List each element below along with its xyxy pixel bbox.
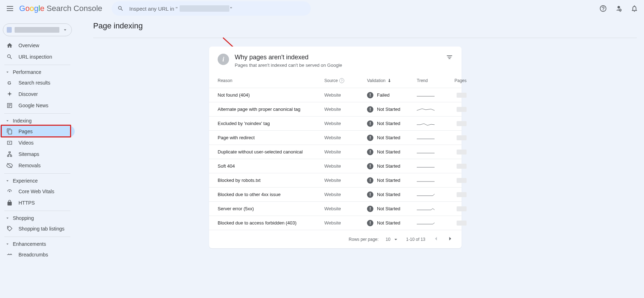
why-not-indexed-card: i Why pages aren't indexed Pages that ar… bbox=[209, 47, 462, 248]
nav-search-results[interactable]: G Search results bbox=[0, 77, 75, 88]
section-label: Performance bbox=[13, 69, 41, 75]
hamburger-menu-icon[interactable] bbox=[6, 4, 14, 13]
cell-pages bbox=[445, 206, 467, 211]
nav-discover[interactable]: Discover bbox=[0, 88, 75, 100]
section-label: Enhancements bbox=[13, 241, 46, 247]
svg-text:G: G bbox=[7, 80, 11, 86]
nav-label: Removals bbox=[18, 163, 41, 168]
notifications-icon[interactable] bbox=[630, 5, 638, 12]
card-subtitle: Pages that aren't indexed can't be serve… bbox=[235, 63, 342, 68]
th-reason[interactable]: Reason bbox=[218, 78, 324, 83]
cell-trend bbox=[417, 178, 435, 183]
cell-pages bbox=[445, 221, 467, 226]
cell-pages bbox=[445, 93, 467, 98]
filter-icon[interactable] bbox=[446, 54, 453, 62]
cell-trend bbox=[417, 206, 435, 211]
cell-reason: Blocked by robots.txt bbox=[218, 178, 324, 183]
th-source[interactable]: Source? bbox=[324, 78, 367, 83]
alert-icon: ! bbox=[367, 106, 373, 113]
alert-icon: ! bbox=[367, 120, 373, 127]
cell-source: Website bbox=[324, 220, 367, 226]
chevron-down-icon bbox=[62, 27, 68, 33]
prev-page-button[interactable] bbox=[432, 235, 440, 243]
info-icon: i bbox=[218, 54, 229, 65]
logo[interactable]: Google Search Console bbox=[19, 4, 102, 13]
removals-icon bbox=[6, 162, 13, 169]
table-row[interactable]: Blocked due to access forbidden (403) We… bbox=[209, 216, 462, 230]
cell-source: Website bbox=[324, 206, 367, 211]
table-row[interactable]: Server error (5xx) Website !Not Started bbox=[209, 201, 462, 216]
users-settings-icon[interactable] bbox=[615, 5, 623, 12]
alert-icon: ! bbox=[367, 135, 373, 141]
section-indexing[interactable]: Indexing bbox=[0, 116, 75, 126]
section-shopping[interactable]: Shopping bbox=[0, 213, 75, 223]
cell-trend bbox=[417, 164, 435, 169]
google-logo: Google bbox=[19, 4, 44, 13]
rows-per-page-select[interactable]: 10 bbox=[386, 236, 399, 243]
sitemap-icon bbox=[6, 151, 13, 157]
help-circle-icon[interactable]: ? bbox=[339, 78, 344, 83]
nav-shopping-tab-listings[interactable]: Shopping tab listings bbox=[0, 223, 75, 234]
nav-sitemaps[interactable]: Sitemaps bbox=[0, 148, 75, 160]
section-experience[interactable]: Experience bbox=[0, 176, 75, 186]
nav-breadcrumbs[interactable]: Breadcrumbs bbox=[0, 249, 75, 260]
next-page-button[interactable] bbox=[447, 235, 454, 243]
th-pages[interactable]: Pages bbox=[445, 78, 467, 83]
nav-label: Overview bbox=[18, 43, 39, 48]
nav-label: Sitemaps bbox=[18, 151, 39, 157]
th-validation[interactable]: Validation bbox=[367, 78, 417, 83]
nav-removals[interactable]: Removals bbox=[0, 160, 75, 171]
section-enhancements[interactable]: Enhancements bbox=[0, 239, 75, 249]
cell-validation: !Not Started bbox=[367, 163, 417, 169]
nav-pages[interactable]: Pages bbox=[0, 126, 75, 137]
cell-validation: !Not Started bbox=[367, 120, 417, 127]
cell-source: Website bbox=[324, 121, 367, 126]
property-icon bbox=[7, 27, 12, 33]
alert-icon: ! bbox=[367, 92, 373, 98]
nav-https[interactable]: HTTPS bbox=[0, 197, 75, 208]
cell-trend bbox=[417, 93, 435, 98]
nav-core-web-vitals[interactable]: Core Web Vitals bbox=[0, 186, 75, 197]
section-label: Indexing bbox=[13, 118, 32, 124]
cell-validation: !Not Started bbox=[367, 135, 417, 141]
url-inspect-search[interactable]: Inspect any URL in "" bbox=[112, 1, 311, 16]
topbar: Google Search Console Inspect any URL in… bbox=[0, 0, 644, 17]
cell-pages bbox=[445, 178, 467, 183]
help-icon[interactable] bbox=[599, 5, 607, 12]
alert-icon: ! bbox=[367, 163, 373, 169]
cell-validation: !Not Started bbox=[367, 220, 417, 226]
table-row[interactable]: Blocked by robots.txt Website !Not Start… bbox=[209, 173, 462, 187]
property-selector[interactable] bbox=[3, 23, 72, 36]
nav-google-news[interactable]: Google News bbox=[0, 100, 75, 111]
cell-trend bbox=[417, 107, 435, 112]
search-icon bbox=[6, 54, 13, 60]
arrow-down-icon bbox=[387, 78, 392, 83]
cell-source: Website bbox=[324, 149, 367, 155]
alert-icon: ! bbox=[367, 149, 373, 155]
discover-icon bbox=[6, 91, 13, 97]
cell-trend bbox=[417, 150, 435, 155]
table-row[interactable]: Excluded by 'noindex' tag Website !Not S… bbox=[209, 116, 462, 130]
cell-trend bbox=[417, 135, 435, 140]
cell-source: Website bbox=[324, 163, 367, 169]
nav-label: Search results bbox=[18, 80, 50, 86]
nav-overview[interactable]: Overview bbox=[0, 40, 75, 51]
table-row[interactable]: Blocked due to other 4xx issue Website !… bbox=[209, 187, 462, 201]
cell-pages bbox=[445, 164, 467, 169]
home-icon bbox=[6, 42, 13, 49]
nav-label: Videos bbox=[18, 140, 34, 146]
table-row[interactable]: Page with redirect Website !Not Started bbox=[209, 130, 462, 145]
table-row[interactable]: Alternate page with proper canonical tag… bbox=[209, 102, 462, 116]
nav-videos[interactable]: Videos bbox=[0, 137, 75, 148]
table-row[interactable]: Soft 404 Website !Not Started bbox=[209, 159, 462, 173]
section-performance[interactable]: Performance bbox=[0, 67, 75, 77]
th-trend[interactable]: Trend bbox=[417, 78, 445, 83]
pagination-range: 1-10 of 13 bbox=[406, 237, 425, 242]
page-title: Page indexing bbox=[93, 21, 637, 31]
pagination: Rows per page: 10 1-10 of 13 bbox=[209, 230, 462, 248]
table-row[interactable]: Duplicate without user-selected canonica… bbox=[209, 145, 462, 159]
cell-pages bbox=[445, 107, 467, 112]
section-label: Experience bbox=[13, 178, 38, 184]
nav-url-inspection[interactable]: URL inspection bbox=[0, 51, 75, 63]
table-row[interactable]: Not found (404) Website !Failed bbox=[209, 88, 462, 102]
